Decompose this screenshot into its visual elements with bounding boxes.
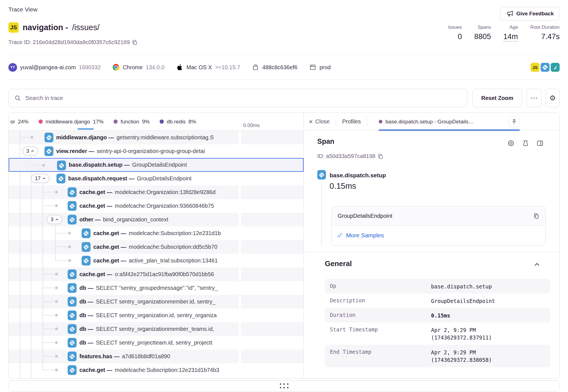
span-bar-cell[interactable] [241, 172, 304, 185]
span-bar-cell[interactable] [241, 281, 304, 295]
collapse-section-icon[interactable] [534, 262, 540, 266]
kv-row: Op base.dispatch.setup [325, 279, 550, 293]
pin-button[interactable] [508, 116, 520, 127]
tree-row[interactable]: 3 other —bind_organization_context [9, 213, 304, 226]
span-detail-panel: × Close Profiles base.dispatch.setup - G… [304, 113, 559, 378]
platform-javascript-icon: JS [531, 63, 539, 72]
minimap-indicator[interactable] [77, 128, 94, 130]
tree-connector [42, 205, 55, 206]
focus-icon[interactable] [507, 140, 515, 147]
trace-id: Trace ID: 216e04d28d1940da9c0f0357c6c921… [8, 39, 138, 46]
tree-row[interactable]: 3 view.render —sentry-api-0-organization… [9, 144, 304, 158]
tree-row[interactable]: cache.get —modelcache:Subscription:12e23… [9, 226, 304, 240]
general-table: Op base.dispatch.setup Description Group… [325, 279, 550, 367]
span-bar-cell[interactable] [241, 363, 304, 377]
device-id: 488c8c636ef6 [262, 64, 297, 71]
tree-connector [42, 288, 55, 288]
span-bar-cell[interactable] [241, 240, 304, 254]
tree-row[interactable]: db —SELECT sentry_projectteam.id, sentry… [9, 336, 304, 350]
tree-row[interactable]: db —SELECT sentry_organization.id, sentr… [9, 309, 304, 322]
copy-button[interactable] [533, 213, 539, 219]
kv-key: End Timestamp [330, 345, 431, 358]
tab-span-active[interactable]: base.dispatch.setup - GroupDetails… [379, 113, 520, 130]
copy-icon[interactable] [378, 154, 383, 159]
stat-spans: Spans 8805 [474, 25, 491, 42]
tree-row[interactable]: cache.get —modelcache:Subscription:12e23… [9, 363, 304, 377]
ellipsis-icon: ⋯ [531, 94, 538, 102]
tree-row[interactable]: features.has —a7d618b8df01a890 [9, 350, 304, 363]
span-bar-cell[interactable] [241, 295, 304, 309]
span-bar-cell[interactable] [241, 267, 304, 281]
legend-item[interactable]: function 9% [113, 119, 150, 125]
tree-row[interactable]: cache.get —active_plan_trial:subscriptio… [9, 254, 304, 267]
kv-row: Start Timestamp Apr 2, 9:29 PM(174362937… [325, 322, 550, 345]
kv-value: GroupDetailsEndpoint [431, 293, 495, 308]
python-icon [68, 269, 77, 279]
span-bar-cell[interactable] [241, 199, 304, 213]
span-bar-cell[interactable] [241, 213, 304, 226]
settings-button[interactable]: ⚙ [546, 89, 560, 107]
span-bar-cell[interactable] [241, 350, 304, 363]
legend-item[interactable]: middleware.django 17% [39, 119, 104, 125]
span-tree: middleware.django —getsentry.middleware.… [9, 131, 304, 378]
more-samples-link[interactable]: More Samples [346, 232, 384, 239]
span-bar-cell[interactable] [241, 144, 304, 158]
span-op: cache.get — [93, 244, 126, 250]
tab-profiles[interactable]: Profiles [342, 118, 361, 125]
search-input[interactable] [8, 89, 467, 107]
python-icon [68, 365, 77, 375]
span-bar-cell[interactable] [241, 254, 304, 267]
collapse-badge[interactable]: 17 [31, 174, 49, 183]
legend-item[interactable]: db.redis 8% [160, 119, 196, 125]
search-icon [15, 95, 21, 101]
page-title: Trace View [8, 6, 37, 13]
tree-connector [42, 329, 55, 329]
tree-row[interactable]: db —SELECT "sentry_groupedmessage"."id",… [9, 281, 304, 295]
python-icon [82, 256, 91, 266]
tree-row[interactable]: cache.get —modelcache:Organization:93660… [9, 199, 304, 213]
reset-zoom-button[interactable]: Reset Zoom [472, 89, 522, 107]
collapse-badge[interactable]: 3 [22, 146, 38, 156]
span-bar-cell[interactable] [241, 226, 304, 240]
span-bar-cell[interactable] [242, 159, 303, 171]
ops-legend: or 24% middleware.django 17% function 9% [9, 113, 239, 130]
tree-row[interactable]: db —SELECT sentry_organizationmember.id,… [9, 295, 304, 309]
span-id: ID: a50d33a597ca8198 [317, 153, 383, 159]
endpoint-name: GroupDetailsEndpoint [338, 213, 533, 219]
tree-row[interactable]: cache.get —modelcache:Subscription:dd5c5… [9, 240, 304, 254]
tree-row[interactable]: db —SELECT sentry_organizationmember_tea… [9, 322, 304, 336]
span-op: cache.get — [93, 230, 126, 236]
more-options-button[interactable]: ⋯ [527, 89, 542, 107]
span-bar-cell[interactable] [241, 131, 304, 144]
span-bar-cell[interactable] [241, 309, 304, 322]
give-feedback-button[interactable]: Give Feedback [500, 7, 560, 20]
trace-minimap-header: or 24% middleware.django 17% function 9% [9, 113, 304, 131]
profile-icon[interactable] [522, 140, 529, 147]
close-tab-button[interactable]: × Close [309, 118, 330, 125]
resize-footer-bar [8, 380, 560, 391]
tree-row-selected[interactable]: base.dispatch.setup —GroupDetailsEndpoin… [9, 158, 304, 172]
span-bar-cell[interactable] [241, 336, 304, 350]
tree-row[interactable]: cache.get —o:a5f42e275d1ac91fba90f0b570d… [9, 267, 304, 281]
tree-row[interactable]: 17 base.dispatch.request —GroupDetailsEn… [9, 172, 304, 185]
device-icon [252, 64, 259, 71]
span-op: db — [79, 326, 93, 332]
drag-handle[interactable] [280, 383, 288, 388]
legend-item[interactable]: or 24% [10, 119, 29, 125]
copy-icon[interactable] [132, 40, 138, 45]
collapse-badge[interactable]: 3 [47, 215, 62, 224]
split-panel-icon[interactable] [536, 140, 544, 147]
kv-key: Op [330, 279, 431, 292]
span-bar-cell[interactable] [241, 322, 304, 336]
span-bar-cell[interactable] [241, 185, 304, 199]
tree-row[interactable]: middleware.django —getsentry.middleware.… [9, 131, 304, 144]
environment-icon [309, 64, 316, 71]
tree-connector [42, 356, 55, 357]
pin-icon [511, 119, 517, 125]
tree-row[interactable]: cache.get —modelcache:Organization:13fd2… [9, 185, 304, 199]
browser-version: 134.0.0 [146, 64, 164, 71]
browser-name: Chrome [123, 64, 143, 71]
trace-transaction: /issues/ [72, 23, 100, 32]
span-duration: 0.15ms [330, 181, 356, 191]
span-op: view.render — [56, 148, 94, 154]
